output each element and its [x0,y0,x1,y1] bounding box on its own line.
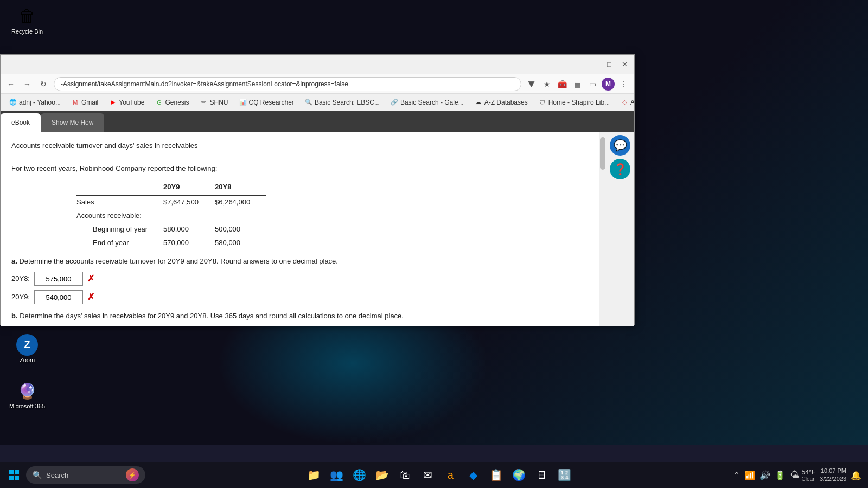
shnu-icon: ✏ [200,99,207,106]
tab-showmehow[interactable]: Show Me How [41,113,104,132]
question-title: Accounts receivable turnover and days' s… [11,140,595,152]
gmail-icon: M [72,99,79,106]
part-a-y8-input[interactable] [34,272,83,286]
taskbar-file-explorer[interactable]: 📁 [304,465,323,485]
bookmark-yahoo-label: adnj - Yahoo... [19,99,61,106]
taskbar-amazon[interactable]: a [441,465,460,485]
genesis-icon: G [155,99,163,106]
taskbar-chrome[interactable]: 🌍 [509,465,528,485]
taskbar-right: ⌃ 📶 🔊 🔋 🌤 54°F Clear 10:07 PM 3/22/2023 … [733,467,864,484]
menu-icon[interactable]: ⋮ [618,78,630,90]
sidebar-icon[interactable]: ▭ [586,78,598,90]
bookmark-genesis[interactable]: G Genesis [151,97,193,108]
sales-y8: $6,264,000 [215,196,266,209]
bookmark-cq[interactable]: 📊 CQ Researcher [235,97,298,108]
tab-bar: eBook Show Me How [1,111,634,132]
part-a: a. Determine the accounts receivable tur… [11,256,595,304]
bookmark-ebsc-label: Basic Search: EBSC... [315,99,380,106]
start-button[interactable] [4,465,24,485]
svg-rect-0 [9,470,14,474]
network-icon[interactable]: 📶 [744,470,755,480]
part-a-y9-input[interactable] [34,290,83,304]
taskbar-clock[interactable]: 10:07 PM 3/22/2023 [820,467,846,484]
shapiro-icon: 🛡 [539,99,546,106]
close-button[interactable]: ✕ [619,59,630,70]
bookmark-yahoo[interactable]: 🌐 adnj - Yahoo... [5,97,65,108]
address-input[interactable] [54,77,521,91]
bookmark-gale[interactable]: 🔗 Basic Search - Gale... [386,97,468,108]
gale-icon: 🔗 [391,99,398,106]
weather-condition: Clear [802,476,815,482]
beginning-label: Beginning of year [76,223,163,236]
back-button[interactable]: ← [5,78,17,90]
table-header-y9: 20Y9 [163,181,215,195]
bookmark-shapiro-label: Home - Shapiro Lib... [548,99,610,106]
recycle-bin-icon[interactable]: 🗑 Recycle Bin [5,5,49,35]
yahoo-icon: 🌐 [9,99,17,106]
taskbar: 🔍 Search ⚡ 📁 👥 🌐 📂 🛍 ✉ a ◆ 📋 🌍 🖥 🔢 ⌃ 📶 🔊 [0,462,868,488]
taskbar-files[interactable]: 📂 [372,465,392,485]
minimize-button[interactable]: – [589,59,599,70]
table-header-y8: 20Y8 [215,181,266,195]
bookmark-az[interactable]: ☁ A-Z Databases [470,97,532,108]
taskbar-teams[interactable]: 👥 [327,465,346,485]
taskbar-edge[interactable]: 🌐 [349,465,369,485]
question-content: Accounts receivable turnover and days' s… [1,132,606,326]
show-hidden-icon[interactable]: ⌃ [733,470,740,480]
youtube-icon: ▶ [109,99,117,106]
taskbar-dropbox[interactable]: ◆ [463,465,483,485]
split-icon[interactable]: ▦ [571,78,583,90]
svg-rect-2 [9,476,14,480]
taskbar-search[interactable]: 🔍 Search ⚡ [26,466,145,484]
chat-icon[interactable]: 💬 [610,135,630,156]
bookmark-youtube-label: YouTube [119,99,144,106]
taskbar-app2[interactable]: 🖥 [532,465,551,485]
address-icons: ⯆ ★ 🧰 ▦ ▭ M ⋮ [526,78,630,91]
part-a-y9-year: 20Y9: [11,292,30,303]
help-icon[interactable]: ❓ [610,159,630,179]
favorites-icon[interactable]: ★ [541,78,553,90]
notifications-icon[interactable]: 🔔 [851,470,861,480]
taskbar-calculator[interactable]: 🔢 [554,465,574,485]
forward-button[interactable]: → [21,78,33,90]
refresh-button[interactable]: ↻ [37,78,49,90]
battery-icon[interactable]: 🔋 [775,470,786,480]
bookmark-apa[interactable]: ◇ APA Citation Gener... [616,97,634,108]
bookmark-cq-label: CQ Researcher [249,99,294,106]
end-label: End of year [76,236,163,250]
scrollbar-track[interactable] [599,132,606,326]
profile-icon[interactable]: M [602,78,615,91]
recycle-bin-image: 🗑 [16,5,38,27]
ar-header-label: Accounts receivable: [76,209,163,223]
az-icon: ☁ [475,99,482,106]
scrollbar-thumb[interactable] [600,137,605,170]
table-row-sales: Sales $7,647,500 $6,264,000 [76,196,266,209]
taskbar-store[interactable]: 🛍 [395,465,414,485]
cq-icon: 📊 [239,99,247,106]
zoom-icon[interactable]: Z Zoom [5,334,49,363]
address-bar: ← → ↻ ⯆ ★ 🧰 ▦ ▭ M ⋮ [1,74,634,94]
tab-ebook[interactable]: eBook [1,113,41,132]
bookmark-genesis-label: Genesis [165,99,189,106]
extensions-icon[interactable]: 🧰 [556,78,568,90]
bookmark-shnu[interactable]: ✏ SHNU [195,97,232,108]
maximize-button[interactable]: □ [604,59,615,70]
taskbar-mail[interactable]: ✉ [418,465,437,485]
bookmark-ebsc[interactable]: 🔍 Basic Search: EBSC... [301,97,384,108]
microsoft365-icon[interactable]: 🔮 Microsoft 365 [5,380,49,409]
taskbar-app1[interactable]: 📋 [486,465,506,485]
weather-info: 54°F Clear [802,468,815,482]
ebook-panel: Accounts receivable turnover and days' s… [1,132,606,326]
bookmark-shapiro[interactable]: 🛡 Home - Shapiro Lib... [534,97,614,108]
bookmark-youtube[interactable]: ▶ YouTube [105,97,149,108]
microsoft365-label: Microsoft 365 [9,403,45,409]
zoom-image: Z [16,334,38,356]
zoom-label: Zoom [20,357,35,363]
share-icon[interactable]: ⯆ [526,78,538,90]
taskbar-weather[interactable]: 🌤 54°F Clear [790,468,815,482]
volume-icon[interactable]: 🔊 [760,470,770,480]
beginning-y9: 580,000 [163,223,215,236]
bookmark-gmail[interactable]: M Gmail [67,97,103,108]
svg-rect-1 [15,470,19,474]
part-b: b. Determine the days' sales in receivab… [11,311,595,326]
